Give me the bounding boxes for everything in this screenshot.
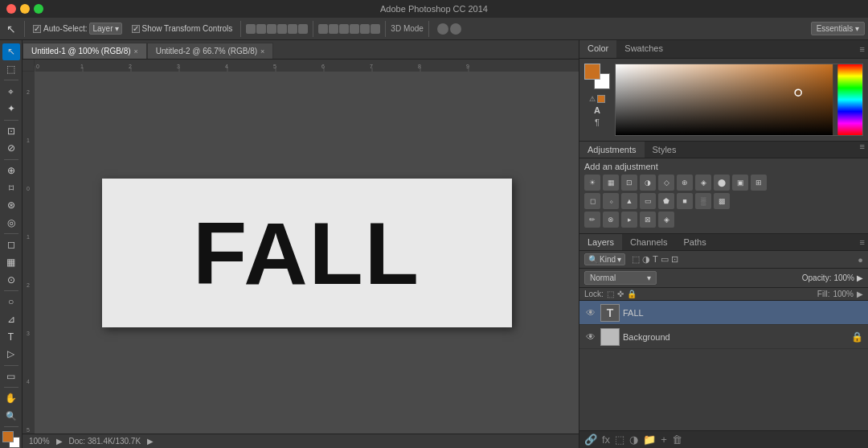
layer-new-icon[interactable]: +	[661, 434, 667, 446]
swatches-tab[interactable]: Swatches	[616, 40, 671, 58]
type-tool-button[interactable]: T	[2, 328, 20, 345]
history-brush-button[interactable]: ◎	[2, 215, 20, 232]
invert-adj-icon[interactable]: ◻	[584, 193, 600, 209]
vibrance-adj-icon[interactable]: ◇	[658, 175, 674, 191]
align-vcenter-icon[interactable]	[288, 24, 297, 34]
opacity-arrow[interactable]: ▶	[857, 273, 863, 282]
blend-mode-dropdown[interactable]: Normal ▾	[584, 271, 657, 285]
styles-tab[interactable]: Styles	[645, 142, 685, 158]
show-transform-checkbox[interactable]	[132, 25, 140, 33]
photofilter-adj-icon[interactable]: ▣	[732, 175, 748, 191]
rotate-3d-icon[interactable]	[437, 23, 448, 35]
minimize-button[interactable]	[20, 4, 30, 14]
align-left-icon[interactable]	[246, 24, 256, 34]
adjustments-tab[interactable]: Adjustments	[579, 142, 645, 158]
pen-tool-button[interactable]: ⊿	[2, 311, 20, 328]
lut-adj-icon[interactable]: ⊠	[640, 212, 656, 228]
paths-tab[interactable]: Paths	[676, 234, 714, 250]
levels-adj-icon[interactable]: ▦	[603, 175, 619, 191]
foreground-color-box[interactable]	[584, 64, 600, 80]
dist-bottom-icon[interactable]	[371, 24, 380, 34]
brightness-adj-icon[interactable]: ☀	[584, 175, 600, 191]
brush-tool-button[interactable]: ⌑	[2, 179, 20, 196]
bw-adj-icon[interactable]: ⬤	[714, 175, 730, 191]
layers-tab[interactable]: Layers	[579, 234, 622, 250]
eraser-tool-button[interactable]: ◻	[2, 236, 20, 253]
color-indicator[interactable]	[597, 95, 605, 103]
align-top-icon[interactable]	[277, 24, 287, 34]
posterize-adj-icon[interactable]: ⬦	[603, 193, 619, 209]
extra1-adj-icon[interactable]: ◈	[658, 212, 674, 228]
color-gradient-picker[interactable]	[615, 64, 863, 136]
threshold-adj-icon[interactable]: ▲	[621, 193, 637, 209]
gradient-adj-icon[interactable]: ░	[695, 193, 711, 209]
fill-value[interactable]: 100%	[833, 290, 854, 298]
foreground-color-swatch[interactable]	[2, 431, 14, 442]
filter-on-off[interactable]: ●	[858, 255, 863, 265]
layer-visibility-bg[interactable]: 👁	[584, 331, 597, 343]
shape-tool-button[interactable]: ▭	[2, 368, 20, 385]
lock-all-icon[interactable]: 🔒	[627, 290, 637, 298]
layer-background[interactable]: 👁 Background 🔒	[579, 325, 868, 349]
healing-tool-button[interactable]: ⊕	[2, 162, 20, 179]
layer-visibility-fall[interactable]: 👁	[584, 306, 597, 319]
move-tool-button[interactable]: ↖	[2, 43, 20, 60]
layer-adjustment-icon[interactable]: ◑	[629, 434, 638, 446]
close-button[interactable]	[6, 4, 16, 14]
smart-adj-icon[interactable]: ▸	[621, 212, 637, 228]
zoom-icon[interactable]: ▶	[56, 437, 63, 446]
marquee-tool-button[interactable]: ⬚	[2, 61, 20, 78]
doc-info-arrow[interactable]: ▶	[147, 437, 154, 446]
pen-adj-icon[interactable]: ✏	[584, 212, 600, 228]
lens-adj-icon[interactable]: ⊗	[603, 212, 619, 228]
shape-filter-icon[interactable]: ▭	[661, 254, 669, 265]
colorbalance-adj-icon[interactable]: ◈	[695, 175, 711, 191]
essentials-dropdown[interactable]: Essentials ▾	[811, 22, 865, 35]
solidcolor-adj-icon[interactable]: ■	[677, 193, 693, 209]
maximize-button[interactable]	[34, 4, 43, 14]
align-right-icon[interactable]	[267, 24, 276, 34]
lock-pixels-icon[interactable]: ⬚	[607, 290, 614, 298]
opacity-value[interactable]: 100%	[833, 273, 854, 282]
blur-tool-button[interactable]: ⊙	[2, 271, 20, 288]
hand-tool-button[interactable]: ✋	[2, 390, 20, 407]
lasso-tool-button[interactable]: ⌖	[2, 83, 20, 100]
color-swatch-group[interactable]	[2, 431, 20, 448]
camera-3d-icon[interactable]	[450, 23, 461, 35]
layer-delete-icon[interactable]: 🗑	[672, 434, 682, 446]
color-tab[interactable]: Color	[579, 40, 616, 58]
crop-tool-button[interactable]: ⊡	[2, 122, 20, 139]
lock-position-icon[interactable]: ✜	[617, 290, 624, 298]
curves-adj-icon[interactable]: ⊡	[621, 175, 637, 191]
channels-tab[interactable]: Channels	[622, 234, 675, 250]
adj-panel-options[interactable]: ≡	[860, 142, 868, 158]
pixel-filter-icon[interactable]: ⬚	[632, 254, 640, 265]
layer-fx-icon[interactable]: fx	[602, 434, 610, 446]
auto-select-checkbox[interactable]	[33, 25, 41, 33]
dist-left-icon[interactable]	[318, 24, 328, 34]
adjustment-filter-icon[interactable]: ◑	[642, 254, 650, 265]
exposure-adj-icon[interactable]: ◑	[640, 175, 656, 191]
type-filter-icon[interactable]: T	[653, 254, 658, 265]
dist-top-icon[interactable]	[350, 24, 359, 34]
color-panel-options[interactable]: ≡	[860, 44, 868, 54]
tab-untitled2[interactable]: Untitled-2 @ 66.7% (RGB/8) ×	[147, 43, 274, 59]
dodge-tool-button[interactable]: ○	[2, 294, 20, 310]
zoom-tool-button[interactable]: 🔍	[2, 408, 20, 425]
eyedropper-tool-button[interactable]: ⊘	[2, 140, 20, 157]
align-center-icon[interactable]	[256, 24, 266, 34]
layer-mask-icon[interactable]: ⬚	[615, 434, 624, 446]
layer-dropdown[interactable]: Layer ▾	[89, 23, 121, 35]
path-selection-button[interactable]: ▷	[2, 346, 20, 363]
dist-vc-icon[interactable]	[360, 24, 370, 34]
dist-h-icon[interactable]	[329, 24, 338, 34]
magic-wand-button[interactable]: ✦	[2, 101, 20, 117]
gradientmap-adj-icon[interactable]: ▭	[640, 193, 656, 209]
fill-arrow[interactable]: ▶	[857, 290, 863, 298]
layer-filter-dropdown[interactable]: 🔍 Kind ▾	[584, 253, 625, 265]
clone-tool-button[interactable]: ⊛	[2, 197, 20, 214]
layer-fall[interactable]: 👁 T FALL	[579, 301, 868, 325]
gradient-tool-button[interactable]: ▦	[2, 254, 20, 271]
pattern-adj-icon[interactable]: ▩	[714, 193, 730, 209]
smart-filter-icon[interactable]: ⊡	[671, 254, 678, 265]
